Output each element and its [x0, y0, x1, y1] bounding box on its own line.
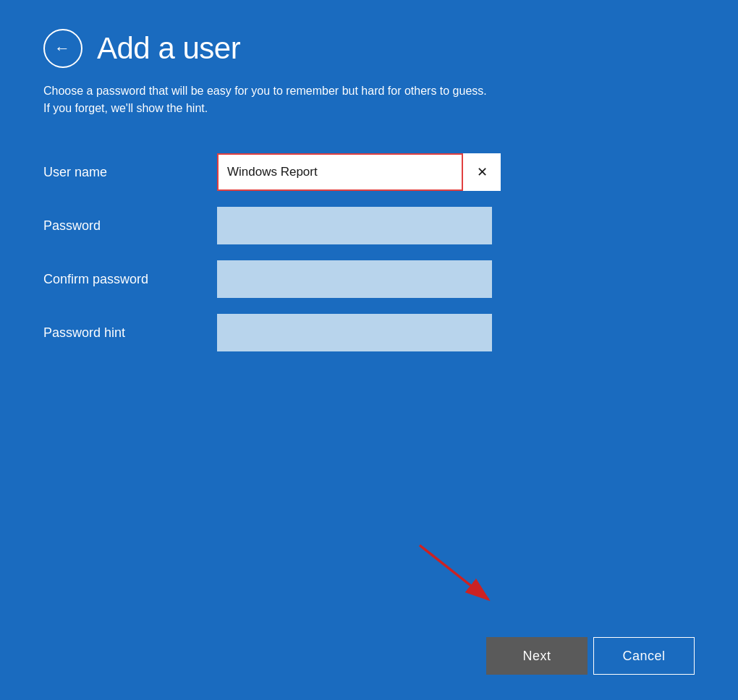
footer-buttons: Next Cancel	[486, 637, 695, 675]
subtitle-line2: If you forget, we'll show the hint.	[43, 102, 208, 114]
back-button[interactable]: ←	[43, 29, 82, 68]
back-arrow-icon: ←	[54, 40, 70, 56]
password-input-wrapper	[217, 207, 492, 244]
subtitle: Choose a password that will be easy for …	[43, 82, 622, 117]
password-hint-input-wrapper	[217, 314, 492, 351]
form-container: User name ✕ Password Confirm password Pa…	[43, 153, 695, 351]
confirm-password-input[interactable]	[217, 260, 492, 298]
form-row-password: Password	[43, 207, 695, 244]
confirm-password-label: Confirm password	[43, 272, 217, 287]
clear-username-button[interactable]: ✕	[463, 153, 501, 191]
password-hint-input[interactable]	[217, 314, 492, 351]
password-hint-label: Password hint	[43, 325, 217, 341]
password-input[interactable]	[217, 207, 492, 244]
username-input-wrapper: ✕	[217, 153, 501, 191]
page-title: Add a user	[97, 31, 240, 66]
next-button[interactable]: Next	[486, 637, 588, 675]
confirm-password-input-wrapper	[217, 260, 492, 298]
password-label: Password	[43, 218, 217, 234]
page-container: ← Add a user Choose a password that will…	[0, 0, 738, 700]
form-row-confirm-password: Confirm password	[43, 260, 695, 298]
form-row-username: User name ✕	[43, 153, 695, 191]
subtitle-line1: Choose a password that will be easy for …	[43, 85, 487, 97]
username-input[interactable]	[217, 153, 463, 191]
cancel-button[interactable]: Cancel	[593, 637, 695, 675]
header: ← Add a user	[43, 29, 695, 68]
form-row-password-hint: Password hint	[43, 314, 695, 351]
username-label: User name	[43, 165, 217, 180]
